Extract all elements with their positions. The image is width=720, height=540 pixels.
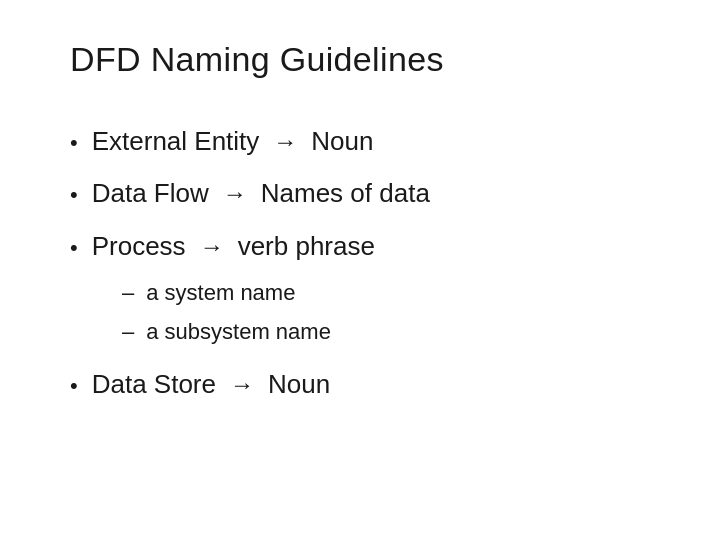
sub-item-system: – a system name	[122, 274, 650, 313]
arrow-icon: →	[273, 125, 297, 159]
sub-item-text: a subsystem name	[146, 317, 331, 348]
bullet-text-before: Data Flow	[92, 175, 209, 211]
bullet-text-before: Data Store	[92, 366, 216, 402]
bullet-item-data-store: • Data Store → Noun	[70, 358, 650, 410]
bullet-text: Data Store → Noun	[92, 366, 330, 402]
bullet-item-data-flow: • Data Flow → Names of data	[70, 167, 650, 219]
bullet-dot: •	[70, 180, 78, 211]
sub-list-process: – a system name – a subsystem name	[122, 274, 650, 352]
arrow-icon: →	[200, 230, 224, 264]
bullet-text: Data Flow → Names of data	[92, 175, 430, 211]
bullet-item-process-line: • Process → verb phrase	[70, 220, 650, 272]
bullet-item-process: • Process → verb phrase – a system name …	[70, 220, 650, 358]
arrow-icon: →	[223, 177, 247, 211]
slide-title: DFD Naming Guidelines	[70, 40, 650, 79]
bullet-text: External Entity → Noun	[92, 123, 374, 159]
bullet-text-after: Noun	[311, 123, 373, 159]
bullet-item-external-entity: • External Entity → Noun	[70, 115, 650, 167]
bullet-dot: •	[70, 371, 78, 402]
sub-dash: –	[122, 278, 134, 309]
bullet-list: • External Entity → Noun • Data Flow → N…	[70, 115, 650, 410]
sub-item-subsystem: – a subsystem name	[122, 313, 650, 352]
bullet-text-before: Process	[92, 228, 186, 264]
bullet-text: Process → verb phrase	[92, 228, 375, 264]
arrow-icon: →	[230, 368, 254, 402]
bullet-text-after: Noun	[268, 366, 330, 402]
bullet-text-after: Names of data	[261, 175, 430, 211]
sub-dash: –	[122, 317, 134, 348]
bullet-text-after: verb phrase	[238, 228, 375, 264]
bullet-dot: •	[70, 233, 78, 264]
sub-item-text: a system name	[146, 278, 295, 309]
slide: DFD Naming Guidelines • External Entity …	[0, 0, 720, 540]
bullet-dot: •	[70, 128, 78, 159]
bullet-text-before: External Entity	[92, 123, 260, 159]
